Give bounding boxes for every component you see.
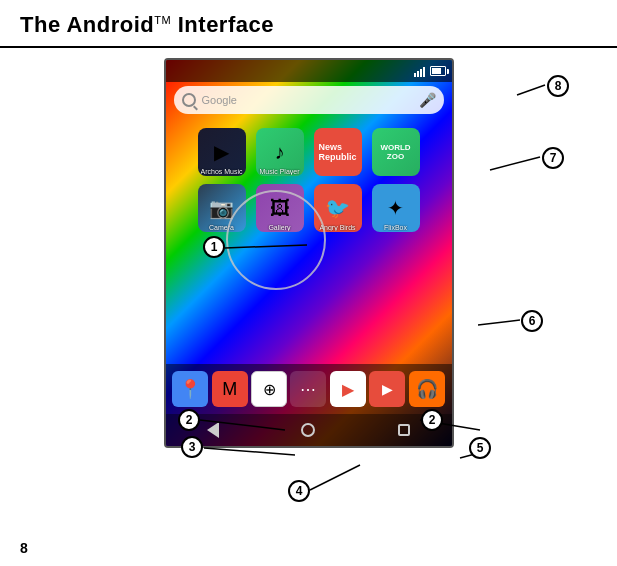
- dock-youtube[interactable]: ▶: [369, 371, 405, 407]
- recents-button[interactable]: [389, 420, 419, 440]
- app-world-zoo[interactable]: WORLDZOO: [372, 128, 420, 176]
- dock-bar: 📍 M ⊕ ⋯ ▶ ▶ 🎧: [166, 364, 452, 414]
- search-placeholder: Google: [202, 94, 237, 106]
- label-3: 3: [181, 436, 203, 458]
- dock-chrome[interactable]: ⊕: [251, 371, 287, 407]
- dock-play[interactable]: ▶: [330, 371, 366, 407]
- label-2-left: 2: [178, 409, 200, 431]
- mic-icon: 🎤: [419, 92, 436, 108]
- page-header: The AndroidTM Interface: [0, 0, 617, 48]
- app-news-republic[interactable]: NewsRepublic: [314, 128, 362, 176]
- status-bar: [166, 60, 452, 82]
- app-flixbox[interactable]: ✦ FlixBox: [372, 184, 420, 232]
- page-subtitle: Interface: [178, 12, 274, 37]
- signal-icon: [414, 65, 425, 77]
- dock-maps[interactable]: 📍: [172, 371, 208, 407]
- battery-icon: [430, 66, 446, 76]
- app-gallery[interactable]: 🖼 Gallery: [256, 184, 304, 232]
- page-number: 8: [20, 540, 28, 556]
- app-angry-birds[interactable]: 🐦 Angry Birds: [314, 184, 362, 232]
- home-icon: [301, 423, 315, 437]
- app-row-1: ▶ Archos Music ♪ Music Player NewsRepubl…: [176, 128, 442, 176]
- dock-apps[interactable]: ⋯: [290, 371, 326, 407]
- app-music-player[interactable]: ♪ Music Player: [256, 128, 304, 176]
- label-4: 4: [288, 480, 310, 502]
- nav-bar: [166, 414, 452, 446]
- trademark: TM: [154, 14, 171, 26]
- dock-gmail[interactable]: M: [212, 371, 248, 407]
- apps-grid: ▶ Archos Music ♪ Music Player NewsRepubl…: [166, 128, 452, 232]
- search-bar[interactable]: Google 🎤: [174, 86, 444, 114]
- label-5: 5: [469, 437, 491, 459]
- page-title: The AndroidTM Interface: [20, 12, 597, 38]
- recents-icon: [398, 424, 410, 436]
- app-row-2: 📷 Camera 🖼 Gallery 🐦 Angry Birds ✦ FlixB…: [176, 184, 442, 232]
- label-1: 1: [203, 236, 225, 258]
- svg-line-3: [204, 448, 295, 455]
- home-button[interactable]: [293, 420, 323, 440]
- status-icons: [414, 65, 446, 77]
- back-button[interactable]: [198, 420, 228, 440]
- app-camera[interactable]: 📷 Camera: [198, 184, 246, 232]
- label-6: 6: [521, 310, 543, 332]
- content-area: Google 🎤 ▶ Archos Music ♪ Music Player: [0, 58, 617, 448]
- app-archos-music[interactable]: ▶ Archos Music: [198, 128, 246, 176]
- back-arrow-icon: [207, 422, 219, 438]
- label-8: 8: [547, 75, 569, 97]
- label-2-right: 2: [421, 409, 443, 431]
- svg-line-4: [310, 465, 360, 490]
- label-7: 7: [542, 147, 564, 169]
- dock-music[interactable]: 🎧: [409, 371, 445, 407]
- search-icon: [182, 93, 196, 107]
